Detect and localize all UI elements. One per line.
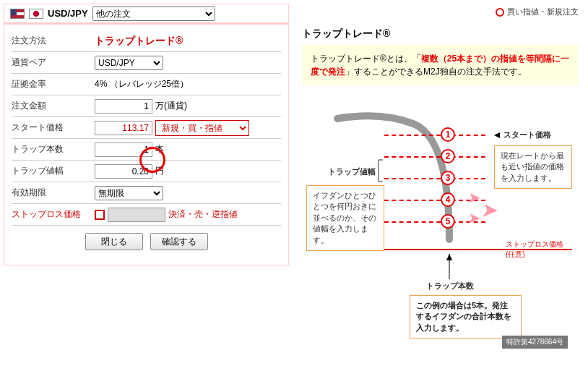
legend-ring-icon <box>496 8 504 17</box>
label-pair: 通貨ペア <box>12 56 95 69</box>
step-circle-2: 2 <box>441 149 455 163</box>
patent-badge: 特許第4278664号 <box>502 336 568 349</box>
trap-count-input[interactable] <box>95 142 152 157</box>
step-circle-4: 4 <box>441 192 455 207</box>
width-label: トラップ値幅 <box>328 166 376 177</box>
start-note-box: 現在レートから最も近い指値の価格を入力します。 <box>494 145 572 189</box>
legend: 買い指値・新規注文 <box>298 4 583 20</box>
order-kind-select[interactable]: 新規・買・指値 <box>155 120 249 136</box>
step-circle-5: 5 <box>441 214 455 229</box>
label-amount: 注文金額 <box>12 100 95 112</box>
count-unit: 本 <box>155 143 164 156</box>
start-price-input[interactable] <box>95 121 152 135</box>
form-area: 注文方法 トラップトレード® 通貨ペア USD/JPY 証拠金率 4% （レバレ… <box>4 25 288 265</box>
width-unit: 円 <box>155 165 164 177</box>
step-circle-3: 3 <box>441 171 455 185</box>
label-stoploss: ストップロス価格 <box>12 208 95 221</box>
right-title: トラップトレード® <box>298 20 583 45</box>
stoploss-kind: 決済・売・逆指値 <box>168 208 238 221</box>
count-label: トラップ本数 <box>426 281 474 291</box>
step-circle-1: 1 <box>441 127 455 142</box>
panel-header: USD/JPY 他の注文 <box>4 4 288 23</box>
count-note-box: この例の場合は5本。発注するイフダンの合計本数を入力します。 <box>410 295 522 338</box>
stoploss-input[interactable] <box>108 208 165 222</box>
start-label: スタート価格 <box>494 129 551 140</box>
trap-width-input[interactable] <box>95 164 152 179</box>
stoploss-checkbox[interactable] <box>95 210 105 220</box>
sl-label: ストップロス価格(任意) <box>506 239 572 260</box>
confirm-button[interactable]: 確認する <box>150 233 208 250</box>
label-start: スタート価格 <box>12 122 95 134</box>
amount-unit: 万(通貨) <box>155 100 187 112</box>
label-method: 注文方法 <box>12 35 95 47</box>
label-margin: 証拠金率 <box>12 78 95 90</box>
pair-select[interactable]: USD/JPY <box>95 56 163 70</box>
other-orders-select[interactable]: 他の注文 <box>92 7 215 21</box>
explain-box: トラップトレード®とは、「複数（25本まで）の指値を等間隔に一度で発注」すること… <box>302 45 579 85</box>
width-note-box: イフダンひとつひとつを何円おきに並べるのか、その値幅を入力します。 <box>306 185 384 251</box>
margin-value: 4% （レバレッジ25倍） <box>95 78 189 90</box>
svg-marker-1 <box>446 254 452 260</box>
expiry-select[interactable]: 無期限 <box>95 186 163 200</box>
close-button[interactable]: 閉じる <box>85 233 143 250</box>
arrow-left-icon <box>494 132 500 138</box>
order-method-title: トラップトレード® <box>95 35 183 48</box>
label-expiry: 有効期限 <box>12 187 95 199</box>
amount-input[interactable] <box>95 99 152 114</box>
diagram: 1 2 3 4 5 ➤ ➤ ➤ ストップロス価格(任意) スタート価格 現在レー… <box>298 91 572 352</box>
flag-jp-icon <box>29 9 43 19</box>
pair-label: USD/JPY <box>48 8 88 19</box>
order-form-panel: USD/JPY 他の注文 注文方法 トラップトレード® 通貨ペア USD/JPY… <box>4 4 289 265</box>
label-count: トラップ本数 <box>12 143 95 156</box>
legend-text: 買い指値・新規注文 <box>507 7 579 17</box>
label-width: トラップ値幅 <box>12 165 95 177</box>
explanation-panel: 買い指値・新規注文 トラップトレード® トラップトレード®とは、「複数（25本ま… <box>298 4 583 352</box>
flag-us-icon <box>10 9 25 19</box>
